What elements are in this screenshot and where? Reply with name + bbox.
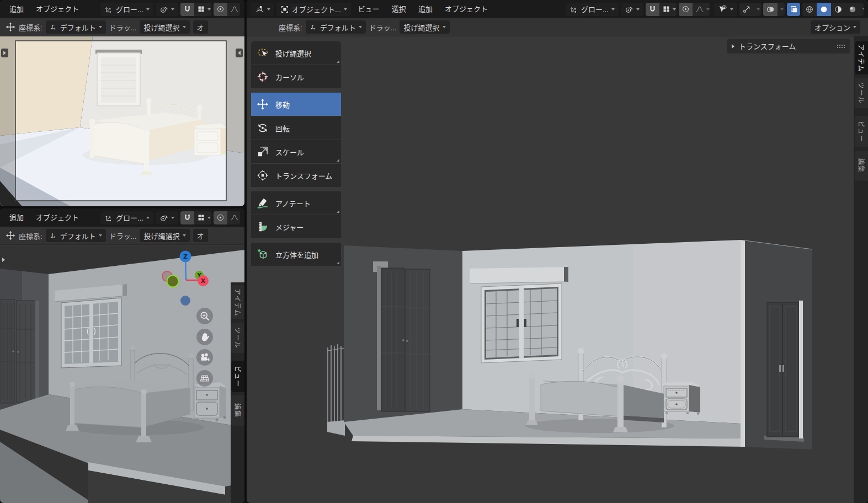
scene-doors[interactable] (0, 299, 39, 403)
tool-scale[interactable]: スケール (251, 140, 341, 163)
proportional-falloff-dropdown[interactable] (227, 211, 240, 224)
proportional-editing-toggle[interactable] (679, 3, 693, 16)
menu-add[interactable]: 追加 (4, 211, 29, 225)
sidebar-tab-item[interactable]: アイテム (231, 285, 244, 319)
tool-measure[interactable]: メジャー (251, 215, 341, 238)
object-visibility-dropdown[interactable] (714, 3, 737, 16)
mode-dropdown[interactable]: オブジェクト... (276, 3, 351, 16)
tool-transform[interactable]: トランスフォーム (251, 164, 341, 187)
sidebar-tab-view[interactable]: ビュー (855, 116, 868, 147)
coord-system-dropdown[interactable]: デフォルト (46, 229, 106, 242)
scene-window[interactable] (61, 298, 121, 368)
gizmo-axis-neg-y[interactable] (167, 276, 179, 287)
pivot-icon (159, 213, 168, 222)
proportional-falloff-dropdown[interactable] (693, 3, 710, 16)
proportional-editing-toggle[interactable] (214, 211, 227, 224)
tool-add-cube[interactable]: 立方体を追加 (251, 243, 341, 266)
scene-nightstand[interactable] (663, 382, 700, 415)
tool-cursor[interactable]: カーソル (251, 65, 341, 88)
show-gizmos-toggle[interactable] (739, 3, 754, 16)
tool-annotate[interactable]: アノテート (251, 191, 341, 215)
transform-orientation-dropdown[interactable]: グロー... (100, 3, 153, 16)
options-dropdown[interactable]: オプション (811, 20, 860, 34)
scene-left-door[interactable] (377, 266, 430, 411)
menu-select[interactable]: 選択 (387, 2, 411, 17)
menu-object[interactable]: オブジェクト (31, 211, 84, 225)
gizmo-axis-x[interactable]: X (198, 275, 209, 286)
viewport-top-left[interactable]: 追加 オブジェクト グロー... 座標系: (0, 0, 244, 206)
menu-add[interactable]: 追加 (413, 2, 438, 17)
coord-system-dropdown[interactable]: デフォルト (306, 20, 366, 34)
sidebar-tab-edit[interactable]: 編集 (855, 151, 868, 181)
scene-right-door[interactable] (767, 301, 803, 438)
snap-to-dropdown[interactable] (659, 3, 677, 16)
panel-drag-grip[interactable] (837, 44, 845, 49)
toolbar-expand-arrow[interactable] (1, 49, 8, 57)
drag-mode-dropdown[interactable]: 投げ縄選択 (400, 20, 449, 34)
snap-magnet-toggle[interactable] (180, 3, 194, 16)
viewport-b-canvas[interactable]: Y X Z アイテム ツール ビュー 編集 (0, 245, 244, 503)
viewport-main[interactable]: オブジェクト... ビュー 選択 追加 オブジェクト グロー... (247, 0, 868, 503)
transform-panel-header[interactable]: トランスフォーム (727, 39, 850, 53)
transform-orientation-dropdown[interactable]: グロー... (100, 211, 153, 224)
overlays-dropdown[interactable] (778, 3, 785, 16)
snap-to-dropdown[interactable] (194, 3, 211, 16)
tool-lasso-select[interactable]: 投げ縄選択 (251, 41, 341, 65)
scene-nightstand[interactable] (194, 382, 226, 421)
snap-magnet-toggle[interactable] (180, 211, 194, 224)
proportional-editing-toggle[interactable] (214, 3, 227, 16)
perspective-grid-button[interactable] (196, 370, 213, 387)
tool-rotate[interactable]: 回転 (251, 116, 341, 140)
shading-material-button[interactable] (831, 3, 845, 16)
shading-dropdown[interactable] (860, 3, 864, 16)
gizmo-axis-neg-z[interactable] (180, 296, 190, 306)
transform-orientation-dropdown[interactable]: グロー... (566, 3, 619, 16)
options-dropdown-cut[interactable]: オ (193, 20, 208, 34)
sidebar-tab-tool[interactable]: ツール (231, 323, 244, 353)
pan-hand-button[interactable] (196, 329, 213, 345)
coord-system-dropdown[interactable]: デフォルト (46, 20, 106, 34)
dropdown-arrow (853, 26, 856, 28)
snap-to-dropdown[interactable] (194, 211, 211, 224)
toggle-xray-button[interactable] (787, 3, 800, 16)
shading-rendered-button[interactable] (845, 3, 860, 16)
sidebar-tab-item[interactable]: アイテム (855, 41, 868, 74)
scene-nightstand[interactable] (194, 124, 227, 156)
menu-view[interactable]: ビュー (353, 2, 385, 17)
viewport-main-canvas[interactable]: 投げ縄選択 カーソル 移動 回転 スケール (247, 0, 868, 503)
drag-mode-dropdown[interactable]: 投げ縄選択 (140, 20, 189, 34)
sidebar-expand-arrow[interactable] (236, 49, 243, 57)
menu-add[interactable]: 追加 (4, 2, 29, 17)
tool-move[interactable]: 移動 (251, 93, 341, 116)
drag-mode-dropdown[interactable]: 投げ縄選択 (140, 229, 189, 242)
proportional-falloff-dropdown[interactable] (227, 3, 240, 16)
gizmo-axis-z[interactable]: Z (180, 251, 191, 263)
toolbar-expand-arrow[interactable] (0, 255, 7, 264)
menu-object[interactable]: オブジェクト (440, 2, 493, 17)
shading-solid-button[interactable] (817, 3, 831, 16)
sidebar-tab-view[interactable]: ビュー (231, 361, 244, 392)
pivot-point-dropdown[interactable] (621, 3, 643, 16)
camera-view-button[interactable] (196, 349, 213, 366)
snap-magnet-toggle[interactable] (646, 3, 659, 16)
scene-window[interactable] (481, 283, 562, 363)
eye-cursor-icon (718, 4, 727, 14)
pivot-point-dropdown[interactable] (156, 211, 178, 224)
proportional-edit-group (214, 3, 240, 16)
shading-wireframe-button[interactable] (802, 3, 817, 16)
scene-valance[interactable] (470, 267, 568, 283)
sidebar-tab-edit[interactable]: 編集 (231, 395, 244, 426)
menu-object[interactable]: オブジェクト (31, 2, 84, 17)
viewport-a-canvas[interactable] (0, 36, 244, 206)
zoom-button[interactable] (196, 308, 213, 324)
pivot-point-dropdown[interactable] (156, 3, 178, 16)
tool-label: 投げ縄選択 (275, 48, 311, 58)
editor-type-dropdown[interactable] (251, 3, 274, 16)
gizmos-dropdown[interactable] (754, 3, 761, 16)
viewport-bottom-left[interactable]: 追加 オブジェクト グロー... 座標系: (0, 208, 244, 503)
scene-window[interactable] (95, 50, 142, 106)
sidebar-tab-tool[interactable]: ツール (855, 78, 868, 108)
show-overlays-toggle[interactable] (763, 3, 778, 16)
tool-label: 回転 (275, 123, 290, 133)
options-dropdown-cut[interactable]: オ (193, 229, 208, 242)
